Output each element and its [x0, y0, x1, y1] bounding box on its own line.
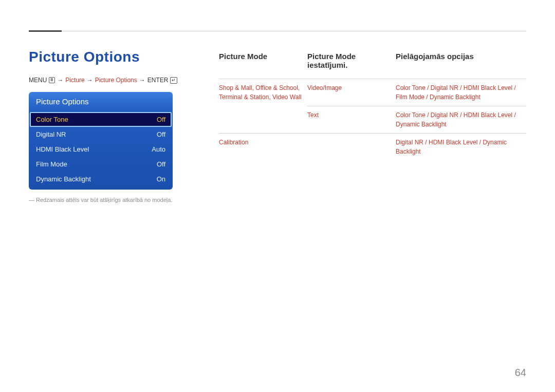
osd-row-color-tone[interactable]: Color Tone Off	[30, 112, 172, 127]
osd-row-value: On	[157, 175, 165, 183]
osd-row-digital-nr[interactable]: Digital NR Off	[30, 127, 172, 142]
content-area: Picture Options MENU Ⅲ → Picture → Pictu…	[29, 31, 526, 366]
cell-setting: Text	[307, 106, 396, 134]
osd-row-label: Film Mode	[36, 160, 67, 168]
osd-menu-body: Color Tone Off Digital NR Off HDMI Black…	[29, 111, 173, 190]
osd-row-value: Off	[157, 130, 165, 138]
cell-mode: Calibration	[219, 134, 307, 161]
enter-icon	[170, 77, 177, 84]
breadcrumb-arrow: →	[139, 77, 145, 84]
table-row: Shop & Mall, Office & School, Terminal &…	[219, 79, 526, 106]
breadcrumb-menu: MENU	[29, 77, 47, 84]
osd-row-label: Dynamic Backlight	[36, 175, 91, 183]
cell-setting: Video/Image	[307, 79, 396, 106]
breadcrumb-arrow: →	[57, 77, 63, 84]
osd-row-value: Off	[157, 160, 165, 168]
col-header-options: Pielāgojamās opcijas	[396, 49, 526, 79]
osd-row-hdmi-black-level[interactable]: HDMI Black Level Auto	[30, 142, 172, 157]
col-header-picture-mode-2: Picture Mode iestatījumi.	[307, 49, 396, 79]
osd-row-label: HDMI Black Level	[36, 145, 89, 153]
breadcrumb-arrow: →	[87, 77, 93, 84]
breadcrumb-enter: ENTER	[147, 77, 169, 84]
osd-row-label: Digital NR	[36, 130, 66, 138]
page-title: Picture Options	[29, 49, 198, 65]
cell-mode: Shop & Mall, Office & School, Terminal &…	[219, 79, 307, 134]
cell-options: Color Tone / Digital NR / HDMI Black Lev…	[396, 79, 526, 106]
breadcrumb-picture: Picture	[65, 77, 84, 84]
cell-options: Color Tone / Digital NR / HDMI Black Lev…	[396, 106, 526, 134]
table-row: Calibration Digital NR / HDMI Black Leve…	[219, 134, 526, 161]
menu-grid-icon: Ⅲ	[49, 77, 55, 83]
options-table: Picture Mode Picture Mode iestatījumi. P…	[219, 49, 526, 160]
manual-page: Picture Options MENU Ⅲ → Picture → Pictu…	[0, 0, 555, 392]
cell-setting	[307, 134, 396, 161]
col-header-picture-mode: Picture Mode	[219, 49, 307, 79]
osd-menu-header: Picture Options	[29, 92, 173, 111]
osd-menu-card: Picture Options Color Tone Off Digital N…	[29, 92, 173, 190]
breadcrumb: MENU Ⅲ → Picture → Picture Options → ENT…	[29, 77, 198, 84]
osd-row-dynamic-backlight[interactable]: Dynamic Backlight On	[30, 172, 172, 186]
osd-row-value: Auto	[152, 145, 165, 153]
osd-row-label: Color Tone	[36, 116, 68, 123]
left-column: Picture Options MENU Ⅲ → Picture → Pictu…	[29, 49, 198, 203]
breadcrumb-picture-options: Picture Options	[95, 77, 137, 84]
footnote: ― Redzamais attēls var būt atšķirīgs atk…	[29, 197, 198, 203]
osd-row-film-mode[interactable]: Film Mode Off	[30, 157, 172, 172]
cell-options: Digital NR / HDMI Black Level / Dynamic …	[396, 134, 526, 161]
osd-row-value: Off	[157, 116, 165, 123]
right-column: Picture Mode Picture Mode iestatījumi. P…	[219, 49, 526, 203]
page-number: 64	[515, 367, 526, 379]
